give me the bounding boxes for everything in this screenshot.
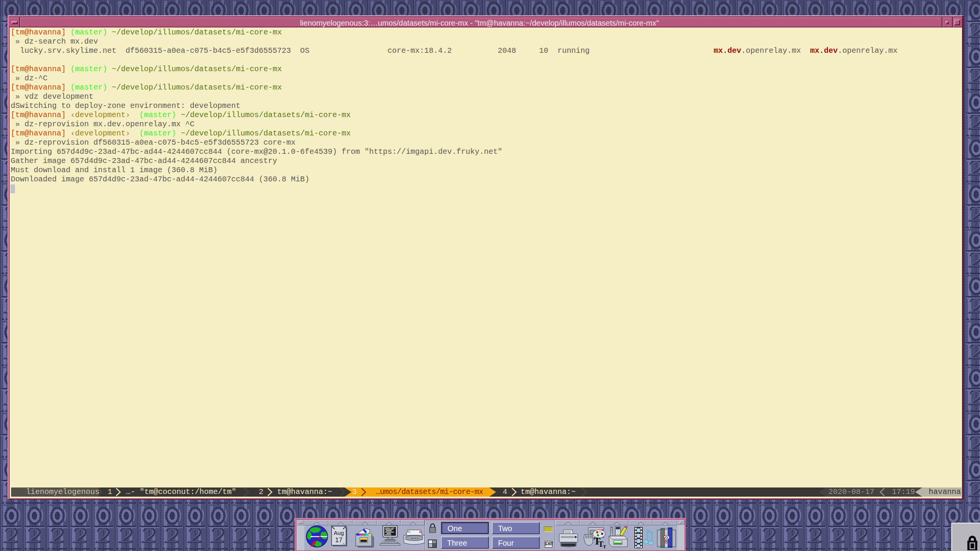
svg-text:17: 17 bbox=[335, 536, 343, 544]
svg-text:Aug: Aug bbox=[334, 530, 344, 536]
svg-text:T: T bbox=[603, 544, 606, 549]
svg-text:?: ? bbox=[663, 533, 670, 545]
